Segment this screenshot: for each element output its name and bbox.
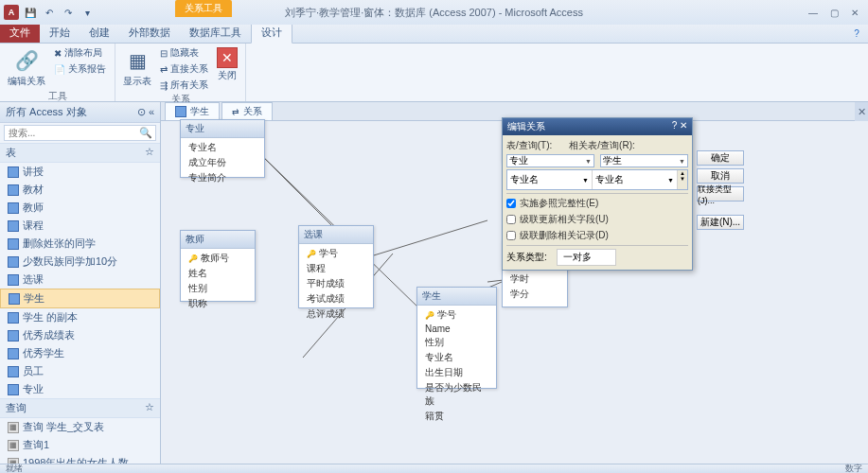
nav-table-item[interactable]: 优秀学生 — [0, 344, 160, 362]
field-item[interactable]: 🔑学号 — [299, 246, 373, 261]
check-cascade-delete[interactable]: 级联删除相关记录(D) — [506, 229, 688, 242]
combo-right-table[interactable]: 学生▼ — [600, 154, 688, 167]
nav-query-item[interactable]: ▦查询1 — [0, 436, 160, 454]
field-item[interactable]: 平时成绩 — [299, 276, 373, 291]
dialog-help-icon[interactable]: ? — [672, 120, 678, 131]
field-item[interactable]: 🔑教师号 — [181, 251, 255, 266]
field-item[interactable]: 职称 — [181, 296, 255, 311]
close-window-icon[interactable]: ✕ — [845, 6, 864, 19]
hide-table-button[interactable]: ⊟隐藏表 — [157, 45, 211, 61]
nav-header[interactable]: 所有 Access 对象 ⊙ « — [0, 102, 160, 123]
table-icon — [8, 202, 19, 214]
field-item[interactable]: 籍贯 — [417, 409, 496, 424]
field-item[interactable]: 是否为少数民族 — [417, 380, 496, 409]
help-icon[interactable]: ? — [847, 26, 866, 40]
doc-close-icon[interactable]: ✕ — [855, 102, 868, 121]
relationship-canvas[interactable]: 专业 专业名成立年份专业简介 教材 号社 教师 🔑教师号姓名性别职称 选课 🔑学… — [161, 121, 868, 464]
table-box-xuesheng[interactable]: 学生 🔑学号Name性别专业名出生日期是否为少数民族籍贯 — [416, 287, 497, 389]
field-item[interactable]: 🔑学号 — [417, 307, 496, 323]
restore-icon[interactable]: ▢ — [824, 6, 843, 19]
label-table-left: 表/查询(T): — [506, 139, 552, 152]
field-item[interactable]: 成立年份 — [181, 155, 264, 170]
tab-file[interactable]: 文件 — [0, 23, 40, 43]
nav-table-item[interactable]: 学生 的副本 — [0, 308, 160, 326]
tab-start[interactable]: 开始 — [40, 23, 80, 43]
qat-dropdown-icon[interactable]: ▾ — [80, 5, 95, 20]
status-bar: 就绪 数字 — [0, 464, 868, 473]
nav-table-item[interactable]: 课程 — [0, 217, 160, 235]
field-item[interactable]: 课程 — [299, 261, 373, 276]
field-mapping-grid[interactable]: 专业名▼ 专业名▼ ▲▼ — [506, 169, 688, 190]
edit-relationships-icon: 🔗 — [13, 47, 40, 74]
nav-group-queries[interactable]: 查询☆ — [0, 398, 160, 418]
doc-tab-relations[interactable]: ⇄关系 — [221, 102, 273, 120]
clear-layout-button[interactable]: ✖清除布局 — [51, 45, 109, 61]
edit-relationships-button[interactable]: 🔗 编辑关系 — [6, 45, 47, 90]
key-icon: 🔑 — [425, 311, 434, 320]
app-icon[interactable]: A — [4, 5, 19, 20]
field-item[interactable]: 姓名 — [181, 266, 255, 281]
tab-extdata[interactable]: 外部数据 — [119, 23, 180, 43]
nav-table-item[interactable]: 删除姓张的同学 — [0, 235, 160, 253]
nav-table-item[interactable]: 员工 — [0, 362, 160, 380]
nav-table-item[interactable]: 讲授 — [0, 163, 160, 181]
combo-left-table[interactable]: 专业▼ — [506, 154, 594, 167]
doc-tab-student[interactable]: 学生 — [165, 102, 220, 120]
table-box-zhuanye[interactable]: 专业 专业名成立年份专业简介 — [180, 119, 265, 178]
ok-button[interactable]: 确定 — [697, 150, 744, 166]
chevron-down-icon[interactable]: « — [149, 106, 154, 117]
save-icon[interactable]: 💾 — [23, 5, 38, 20]
table-icon — [8, 384, 19, 395]
nav-table-item[interactable]: 优秀成绩表 — [0, 326, 160, 344]
minimize-icon[interactable]: — — [804, 6, 823, 19]
search-icon[interactable]: 🔍 — [136, 127, 155, 139]
field-item[interactable]: Name — [417, 323, 496, 335]
nav-query-item[interactable]: ▦1998年出生的女生人数 — [0, 454, 160, 464]
nav-table-item[interactable]: 专业 — [0, 380, 160, 398]
redo-icon[interactable]: ↷ — [61, 5, 76, 20]
field-item[interactable]: 总评成绩 — [299, 307, 373, 322]
direct-rel-button[interactable]: ⇄直接关系 — [157, 61, 211, 77]
nav-search[interactable]: 🔍 — [4, 125, 156, 141]
nav-table-item[interactable]: 学生 — [0, 289, 160, 308]
field-item[interactable]: 专业名 — [417, 350, 496, 365]
check-cascade-update[interactable]: 级联更新相关字段(U) — [506, 213, 688, 226]
field-item[interactable]: 学时 — [503, 272, 567, 287]
check-referential-integrity[interactable]: 实施参照完整性(E) — [506, 197, 688, 210]
close-button[interactable]: ✕ 关闭 — [215, 45, 239, 84]
tab-dbtools[interactable]: 数据库工具 — [180, 23, 251, 43]
nav-table-item[interactable]: 教材 — [0, 181, 160, 199]
cancel-button[interactable]: 取消 — [697, 168, 744, 184]
field-item[interactable]: 考试成绩 — [299, 291, 373, 307]
reltype-value: 一对多 — [557, 249, 616, 266]
tab-design[interactable]: 设计 — [251, 22, 292, 44]
label-reltype: 关系类型: — [506, 251, 547, 264]
nav-table-item[interactable]: 选课 — [0, 271, 160, 289]
relationship-report-button[interactable]: 📄关系报告 — [51, 61, 109, 77]
dialog-close-icon[interactable]: ✕ — [680, 120, 687, 131]
field-item[interactable]: 性别 — [181, 281, 255, 296]
nav-query-item[interactable]: ▦查询 学生_交叉表 — [0, 418, 160, 436]
field-item[interactable]: 性别 — [417, 335, 496, 350]
nav-table-item[interactable]: 少数民族同学加10分 — [0, 253, 160, 271]
nav-collapse-icon[interactable]: ⊙ — [137, 106, 146, 117]
svg-line-3 — [364, 220, 487, 258]
ribbon: 🔗 编辑关系 ✖清除布局 📄关系报告 工具 ▦ 显示表 ⊟隐藏表 ⇄直接关系 ⇶… — [0, 44, 868, 102]
jointype-button[interactable]: 联接类型(J)... — [697, 186, 744, 201]
table-box-xuanke[interactable]: 选课 🔑学号课程平时成绩考试成绩总评成绩 — [298, 225, 374, 308]
show-table-button[interactable]: ▦ 显示表 — [121, 45, 153, 90]
nav-table-item[interactable]: 教师 — [0, 199, 160, 217]
new-button[interactable]: 新建(N)... — [697, 215, 744, 230]
field-item[interactable]: 专业名 — [181, 140, 264, 155]
nav-group-tables[interactable]: 表☆ — [0, 143, 160, 163]
undo-icon[interactable]: ↶ — [42, 5, 57, 20]
document-area: 学生 ⇄关系 ✕ 专业 专业名成立年份专业简介 教材 号社 教师 — [161, 102, 868, 464]
field-item[interactable]: 专业简介 — [181, 170, 264, 185]
all-rel-button[interactable]: ⇶所有关系 — [157, 78, 211, 93]
ribbon-tabs: 文件 开始 创建 外部数据 数据库工具 设计 — [0, 25, 868, 44]
tab-create[interactable]: 创建 — [80, 23, 119, 43]
field-item[interactable]: 出生日期 — [417, 365, 496, 380]
field-item[interactable]: 学分 — [503, 287, 567, 302]
search-input[interactable] — [5, 126, 136, 140]
table-box-jiaoshi[interactable]: 教师 🔑教师号姓名性别职称 — [180, 230, 256, 302]
